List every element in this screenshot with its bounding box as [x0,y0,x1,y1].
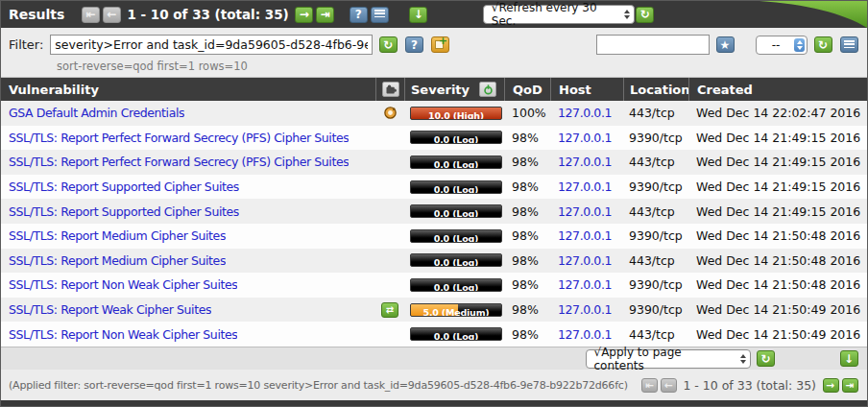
severity-bar: 0.0 (Log) [410,327,502,341]
list-view-icon[interactable] [371,7,389,23]
vulnerability-link[interactable]: SSL/TLS: Report Non Weak Cipher Suites [9,277,237,292]
severity-bar: 0.0 (Log) [410,253,502,267]
filter-refresh-icon[interactable]: ↻ [379,36,398,53]
filter-input[interactable] [50,35,373,55]
host-link[interactable]: 127.0.0.1 [558,302,612,317]
prev-page-icon[interactable]: ← [661,378,677,393]
vulnerability-link[interactable]: SSL/TLS: Report Perfect Forward Secrecy … [9,155,349,169]
column-header-severity[interactable]: Severity [404,78,504,101]
vulnerability-link[interactable]: SSL/TLS: Report Supported Cipher Suites [9,204,239,219]
host-link[interactable]: 127.0.0.1 [558,327,612,342]
created-value: Wed Dec 14 21:49:15 2016 [688,150,867,175]
status-bar: (Applied filter: sort-reverse=qod first=… [1,370,867,400]
new-filter-icon[interactable]: + [431,36,449,53]
bookmark-star-icon[interactable]: ★ [716,36,735,53]
filter-list-icon[interactable] [840,36,858,53]
column-header-created[interactable]: Created [688,78,867,101]
vulnerability-link[interactable]: SSL/TLS: Report Non Weak Cipher Suites [9,327,237,342]
vulnerability-link[interactable]: SSL/TLS: Report Medium Cipher Suites [9,228,226,243]
created-value: Wed Dec 14 21:49:15 2016 [688,175,867,200]
column-header-host[interactable]: Host [550,78,623,101]
last-page-icon[interactable]: ⇥ [316,7,334,23]
first-page-icon[interactable]: ⇤ [641,378,658,393]
table-row: SSL/TLS: Report Perfect Forward Secrecy … [1,150,867,175]
column-header-vulnerability[interactable]: Vulnerability [1,78,375,101]
filter-label: Filter: [9,37,43,52]
qod-value: 98% [504,199,550,224]
filter-bar: Filter: ↻ ? + sort-reverse=qod first=1 r… [1,28,867,78]
created-value: Wed Dec 14 21:50:48 2016 [688,224,867,249]
refresh-icon[interactable]: ↻ [636,7,654,23]
filter-help-icon[interactable]: ? [405,36,423,53]
refresh-interval-value: √Refresh every 30 Sec. [492,1,617,28]
quick-filter-input[interactable] [596,35,710,55]
column-header-qod[interactable]: QoD [504,78,550,101]
host-link[interactable]: 127.0.0.1 [558,131,612,145]
table-header: Vulnerability Severity QoD Host Location… [1,78,867,101]
table-row: SSL/TLS: Report Perfect Forward Secrecy … [1,126,867,151]
severity-bar: 0.0 (Log) [410,131,502,144]
vulnerability-link[interactable]: SSL/TLS: Report Perfect Forward Secrecy … [9,131,349,145]
vulnerability-link[interactable]: SSL/TLS: Report Medium Cipher Suites [9,253,226,268]
host-link[interactable]: 127.0.0.1 [558,106,612,120]
severity-label: 0.0 (Log) [434,208,478,218]
host-link[interactable]: 127.0.0.1 [558,180,612,194]
created-value: Wed Dec 14 21:50:48 2016 [688,273,867,298]
download-icon[interactable]: ↓ [409,7,427,23]
qod-value: 98% [504,224,550,249]
vulnerability-link[interactable]: SSL/TLS: Report Supported Cipher Suites [9,180,239,194]
host-link[interactable]: 127.0.0.1 [558,253,612,268]
location-value: 443/tcp [623,199,688,224]
results-window: Results ⇤ ← 1 - 10 of 33 (total: 35) → ⇥… [0,0,868,407]
first-page-icon[interactable]: ⇤ [82,7,100,23]
select-arrows-icon [624,10,630,19]
saved-filter-value: -- [764,38,787,52]
apply-select-value: √Apply to page contents [594,346,734,372]
location-value: 9390/tcp [623,298,688,323]
severity-bar: 0.0 (Log) [410,229,502,243]
pagination-range: 1 - 10 of 33 (total: 35) [683,378,816,393]
location-value: 443/tcp [623,150,688,175]
refresh-interval-select[interactable]: √Refresh every 30 Sec. [483,5,635,24]
last-page-icon[interactable]: ⇥ [842,378,858,393]
help-icon[interactable]: ? [350,7,368,23]
actions-row: √Apply to page contents ↻ ↓ [1,347,867,370]
table-row: SSL/TLS: Report Non Weak Cipher Suites 0… [1,322,867,347]
prev-page-icon[interactable]: ← [103,7,121,23]
host-link[interactable]: 127.0.0.1 [558,277,612,292]
next-page-icon[interactable]: → [295,7,313,23]
host-link[interactable]: 127.0.0.1 [558,155,612,169]
vulnerability-link[interactable]: GSA Default Admin Credentials [9,106,184,120]
qod-value: 98% [504,249,550,274]
mitigate-icon: ⇄ [381,302,398,318]
host-link[interactable]: 127.0.0.1 [558,228,612,243]
location-value: 443/tcp [623,101,688,126]
saved-filter-select[interactable]: -- [756,36,808,55]
apply-select[interactable]: √Apply to page contents [586,349,751,369]
column-header-location[interactable]: Location [623,78,688,101]
apply-refresh-icon[interactable]: ↻ [757,350,775,367]
severity-label: 0.0 (Log) [434,331,478,341]
location-value: 9390/tcp [623,126,688,151]
qod-value: 98% [504,273,550,298]
severity-bar: 0.0 (Log) [410,278,502,292]
column-header-solution-type [375,78,404,101]
saved-filter-refresh-icon[interactable]: ↻ [814,36,832,53]
table-row: SSL/TLS: Report Medium Cipher Suites 0.0… [1,249,867,274]
severity-label: 5.0 (Medium) [422,307,489,317]
workaround-icon [383,106,398,120]
table-row: GSA Default Admin Credentials 10.0 (High… [1,101,867,126]
severity-label: 0.0 (Log) [434,134,478,144]
download-icon[interactable]: ↓ [840,350,858,367]
vulnerability-link[interactable]: SSL/TLS: Report Weak Cipher Suites [9,302,211,317]
title-bar: Results ⇤ ← 1 - 10 of 33 (total: 35) → ⇥… [1,1,867,28]
qod-value: 98% [504,150,550,175]
location-value: 9390/tcp [623,273,688,298]
next-page-icon[interactable]: → [823,378,839,393]
table-row: SSL/TLS: Report Weak Cipher Suites ⇄ 5.0… [1,298,867,323]
applied-filter-text: (Applied filter: sort-reverse=qod first=… [9,379,628,392]
host-link[interactable]: 127.0.0.1 [558,204,612,219]
sort-power-icon[interactable] [479,82,496,97]
corner-decoration [752,1,867,28]
location-value: 443/tcp [623,322,688,347]
